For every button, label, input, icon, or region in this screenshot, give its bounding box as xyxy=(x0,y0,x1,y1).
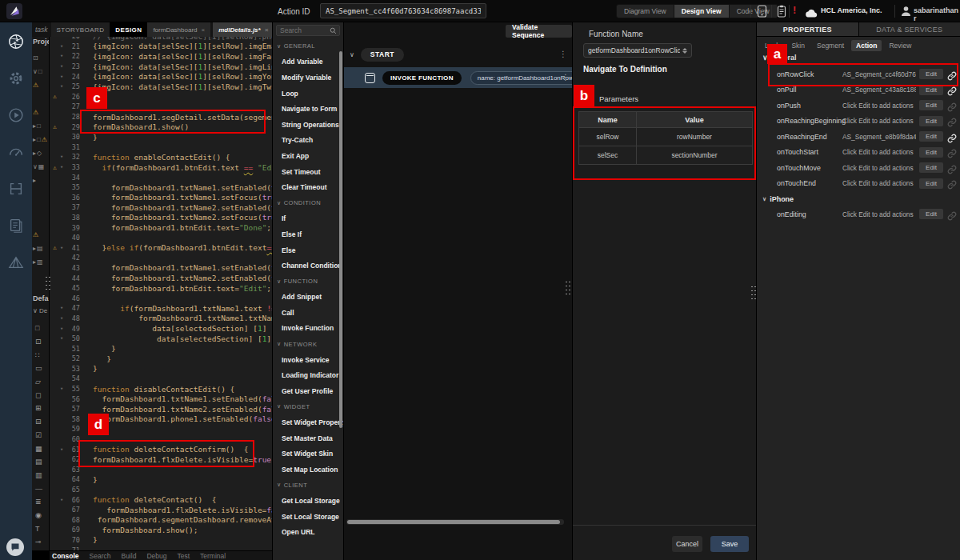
view-button-code-view[interactable]: Code View xyxy=(730,5,778,18)
palette-item[interactable]: Add Variable xyxy=(273,54,343,70)
editor-line[interactable]: ▾49 data[selectedSection] [1] [selected xyxy=(50,323,272,334)
palette-item[interactable]: Else If xyxy=(273,226,343,242)
cancel-button[interactable]: Cancel xyxy=(672,536,702,552)
editor-line[interactable]: ▾22{imgIcon: data[selSec][1][selRow].img… xyxy=(50,51,272,62)
editor-line[interactable]: 53} xyxy=(50,364,272,374)
palette-item[interactable]: Loop xyxy=(273,86,343,102)
splitter-grip[interactable] xyxy=(750,285,757,302)
organization-name[interactable]: HCL America, Inc. xyxy=(821,6,882,14)
widget-palette-icon[interactable]: ⊟ xyxy=(32,415,42,429)
tree-item[interactable]: ▸▤ xyxy=(32,242,49,255)
widget-palette-icon[interactable]: ⊞ xyxy=(32,402,42,415)
edit-button[interactable]: Edit xyxy=(919,178,943,189)
close-icon[interactable]: × xyxy=(265,26,269,34)
edit-button[interactable]: Edit xyxy=(919,100,943,110)
mobile-preview-icon[interactable] xyxy=(757,5,767,21)
tree-arrow-icon[interactable]: ▸ xyxy=(33,136,36,143)
tree-arrow-icon[interactable]: ▸ xyxy=(33,258,36,266)
panel-tab-data-services[interactable]: DATA & SERVICES xyxy=(859,22,960,36)
tree-item[interactable]: ▸ xyxy=(32,174,49,187)
editor-line[interactable]: 54 xyxy=(50,374,272,384)
editor-line[interactable]: 70} xyxy=(50,535,272,546)
palette-item[interactable]: Invoke Function xyxy=(273,321,343,337)
palette-item[interactable]: Channel Condition xyxy=(273,258,343,274)
palette-item[interactable]: Try-Catch xyxy=(273,133,343,149)
tab-storyboard[interactable]: STORYBOARD xyxy=(51,22,110,37)
palette-item[interactable]: Get User Profile xyxy=(273,383,343,399)
palette-group-header[interactable]: ∨FUNCTION xyxy=(273,274,343,290)
view-button-design-view[interactable]: Design View xyxy=(674,5,730,18)
fold-chevron-icon[interactable]: ▾ xyxy=(60,386,67,392)
alert-exclamation-icon[interactable]: ! xyxy=(793,4,796,16)
editor-line[interactable]: 59} xyxy=(50,424,272,434)
fold-chevron-icon[interactable]: ▾ xyxy=(60,446,67,453)
subtab-review[interactable]: Review xyxy=(884,40,916,51)
chat-bubble-icon[interactable] xyxy=(6,538,24,556)
prism-icon[interactable] xyxy=(7,254,25,271)
panel-tab-properties[interactable]: PROPERTIES xyxy=(757,22,859,36)
editor-line[interactable]: ▾23{imgIcon: data[selSec][1][selRow].img… xyxy=(50,62,272,72)
fold-chevron-icon[interactable]: ▾ xyxy=(60,245,67,251)
fold-chevron-icon[interactable]: ▾ xyxy=(60,63,67,70)
invoke-function-name-pill[interactable]: name: getformDashboard1onRowClick xyxy=(470,71,589,85)
fold-chevron-icon[interactable]: ▾ xyxy=(60,83,67,90)
tree-item[interactable]: ∨▦ xyxy=(32,160,49,174)
palette-search-input[interactable] xyxy=(277,26,330,34)
tree-arrow-icon[interactable]: ▸ xyxy=(33,245,36,252)
link-chain-icon[interactable] xyxy=(947,132,957,142)
tree-item[interactable] xyxy=(32,92,49,106)
tree-arrow-icon[interactable]: ▸ xyxy=(33,177,36,184)
editor-line[interactable]: ▾66function deleteContact() { xyxy=(50,494,272,505)
palette-group-header[interactable]: ∨CONDITION xyxy=(273,195,343,211)
user-avatar-icon[interactable] xyxy=(901,6,911,20)
tree-arrow-icon[interactable]: ∨ xyxy=(33,68,38,75)
chevron-down-icon[interactable]: ∨ xyxy=(350,51,354,58)
palette-item[interactable]: Get Local Storage xyxy=(273,493,343,509)
editor-line[interactable]: 42 xyxy=(50,253,272,263)
palette-group-header[interactable]: ∨NETWORK xyxy=(273,336,343,352)
fold-chevron-icon[interactable]: ▾ xyxy=(60,326,67,332)
fold-chevron-icon[interactable]: ▾ xyxy=(60,154,67,160)
invoke-function-node[interactable]: INVOKE FUNCTION xyxy=(382,71,462,85)
editor-line[interactable]: 69 formDashboard.show(); xyxy=(50,525,272,535)
widget-palette-icon[interactable]: ☑ xyxy=(32,429,42,442)
widget-palette-icon[interactable]: ◻ xyxy=(32,388,42,402)
link-chain-icon[interactable] xyxy=(947,178,957,188)
palette-item[interactable]: Loading Indicator xyxy=(273,367,343,383)
palette-scrollbar[interactable] xyxy=(339,51,342,428)
editor-line[interactable]: ▾32function enableContactEdit() { xyxy=(50,152,272,162)
editor-line[interactable]: 38 formDashboard1.txtName2.setFocus(true… xyxy=(50,213,272,223)
tree-item[interactable]: ∨□ xyxy=(32,65,49,78)
widget-palette-icon[interactable]: ▱ xyxy=(32,375,42,389)
widget-palette-icon[interactable]: ⊡ xyxy=(32,335,42,349)
tree-item[interactable] xyxy=(32,214,49,228)
palette-item[interactable]: Open URL xyxy=(273,524,343,540)
function-name-dropdown[interactable]: getformDashboard1onRowClick xyxy=(583,43,692,58)
fold-chevron-icon[interactable]: ▾ xyxy=(60,53,67,59)
editor-line[interactable]: 35 formDashboard1.txtName1.setEnabled(tr… xyxy=(50,182,272,193)
fold-chevron-icon[interactable]: ▾ xyxy=(60,335,67,342)
link-chain-icon[interactable] xyxy=(947,101,957,110)
close-icon[interactable]: × xyxy=(202,26,206,34)
fold-chevron-icon[interactable]: ▾ xyxy=(60,164,67,170)
editor-line[interactable]: 43 formDashboard1.txtName1.setEnabled(fa… xyxy=(50,263,272,274)
aperture-icon[interactable] xyxy=(7,33,25,50)
status-tab-test[interactable]: Test xyxy=(177,552,190,560)
gear-icon[interactable] xyxy=(7,70,25,87)
palette-item[interactable]: Modify Variable xyxy=(273,70,343,86)
tree-item[interactable]: ▸◇ xyxy=(32,146,49,160)
tree-arrow-icon[interactable]: ∨ xyxy=(33,163,38,170)
tree-item[interactable] xyxy=(32,187,49,201)
editor-line[interactable]: 57 formDashboard1.txtName2.setEnabled(fa… xyxy=(50,404,272,414)
editor-line[interactable]: 37 formDashboard1.txtName2.setEnabled(tr… xyxy=(50,202,272,213)
status-tab-console[interactable]: Console xyxy=(52,552,79,560)
palette-item[interactable]: Clear Timeout xyxy=(273,179,343,195)
subtab-action[interactable]: Action xyxy=(851,40,882,51)
editor-line[interactable]: ⚠▾33 if(formDashboard1.btnEdit.text == "… xyxy=(50,162,272,173)
user-name[interactable]: sabarinathan r xyxy=(914,6,960,22)
widget-palette-icon[interactable]: ∷ xyxy=(32,348,42,362)
save-button[interactable]: Save xyxy=(710,536,749,552)
invoke-function-node-row[interactable]: INVOKE FUNCTION name: getformDashboard1o… xyxy=(344,67,572,88)
status-tab-debug[interactable]: Debug xyxy=(146,552,166,560)
editor-line[interactable]: ⚠26 xyxy=(50,92,272,102)
